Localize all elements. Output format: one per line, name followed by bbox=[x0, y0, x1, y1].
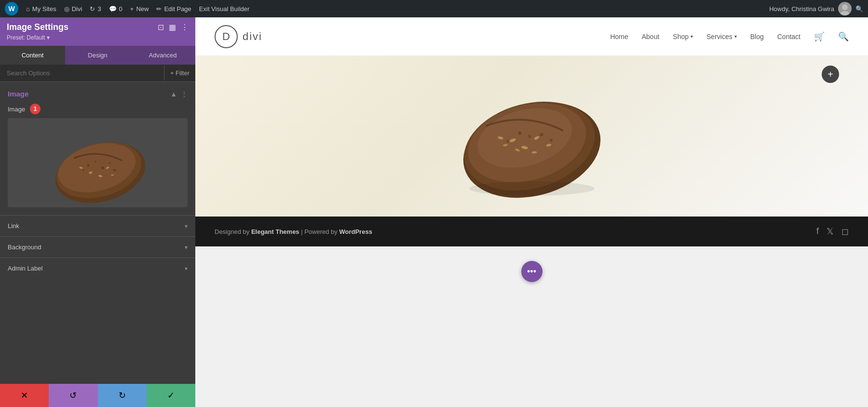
svg-point-6 bbox=[95, 161, 96, 163]
link-section[interactable]: Link ▾ bbox=[0, 215, 195, 236]
new-label: New bbox=[136, 5, 149, 13]
svg-point-32 bbox=[550, 139, 553, 142]
services-arrow-icon: ▾ bbox=[734, 34, 737, 39]
panel-header-icons: ⊡ ▦ ⋮ bbox=[158, 23, 189, 32]
add-content-button[interactable]: + bbox=[822, 66, 839, 83]
background-section[interactable]: Background ▾ bbox=[0, 236, 195, 258]
filter-button[interactable]: + Filter bbox=[164, 66, 195, 81]
image-section-header: Image ▲ ⋮ bbox=[0, 82, 195, 102]
exit-visual-builder-label: Exit Visual Builder bbox=[199, 5, 250, 13]
section-more-icon[interactable]: ⋮ bbox=[181, 90, 188, 98]
more-icon[interactable]: ⋮ bbox=[181, 23, 189, 32]
comments-menu[interactable]: 💬 0 bbox=[109, 5, 122, 13]
nav-services[interactable]: Services ▾ bbox=[706, 33, 737, 41]
shop-arrow-icon: ▾ bbox=[691, 34, 693, 39]
redo-button[interactable]: ↻ bbox=[98, 384, 147, 407]
nav-blog[interactable]: Blog bbox=[750, 33, 764, 41]
svg-point-33 bbox=[469, 181, 595, 196]
divi-icon: ◎ bbox=[64, 5, 69, 13]
nav-search-icon[interactable]: 🔍 bbox=[838, 31, 849, 42]
floating-menu-icon: ••• bbox=[527, 267, 536, 277]
left-panel: Image Settings ⊡ ▦ ⋮ Preset: Default Con… bbox=[0, 17, 195, 407]
preset-label[interactable]: Preset: Default bbox=[7, 34, 189, 41]
howdy-label: Howdy, Christina Gwira bbox=[769, 5, 834, 13]
search-admin-icon[interactable]: 🔍 bbox=[855, 5, 863, 13]
image-section-title: Image bbox=[8, 90, 28, 98]
search-options-input[interactable] bbox=[0, 65, 164, 81]
designed-by-label: Designed by bbox=[215, 228, 251, 235]
my-sites-label: My Sites bbox=[32, 5, 56, 13]
undo-icon: ↺ bbox=[69, 390, 77, 401]
revisions-count: 3 bbox=[97, 5, 101, 13]
image-label-row: Image 1 bbox=[0, 102, 195, 118]
undo-button[interactable]: ↺ bbox=[49, 384, 97, 407]
nav-home[interactable]: Home bbox=[610, 33, 628, 41]
cancel-button[interactable]: ✕ bbox=[0, 384, 49, 407]
hero-bread-container bbox=[450, 63, 614, 210]
layout-icon[interactable]: ▦ bbox=[169, 23, 176, 32]
filter-label: + Filter bbox=[170, 69, 190, 77]
svg-point-10 bbox=[113, 169, 116, 171]
nav-contact[interactable]: Contact bbox=[777, 33, 800, 41]
nav-about[interactable]: About bbox=[642, 33, 660, 41]
avatar bbox=[838, 2, 852, 15]
instagram-icon[interactable]: ◻ bbox=[841, 226, 849, 237]
floating-menu-button[interactable]: ••• bbox=[521, 261, 542, 282]
bread-preview-svg bbox=[45, 122, 151, 204]
site-footer: Designed by Elegant Themes | Powered by … bbox=[195, 217, 868, 246]
below-footer-area: ••• bbox=[195, 246, 868, 407]
logo-letter: D bbox=[222, 30, 230, 43]
twitter-icon[interactable]: 𝕏 bbox=[827, 226, 834, 237]
section-icons: ▲ ⋮ bbox=[170, 90, 188, 98]
svg-point-28 bbox=[518, 131, 521, 135]
my-sites-menu[interactable]: ⌂ My Sites bbox=[26, 5, 56, 13]
save-icon: ✓ bbox=[167, 390, 175, 401]
site-menu: Home About Shop ▾ Services ▾ Blog Contac bbox=[610, 31, 849, 42]
panel-title: Image Settings bbox=[7, 22, 68, 32]
divi-label: Divi bbox=[72, 5, 82, 13]
svg-point-30 bbox=[540, 133, 543, 136]
panel-tabs: Content Design Advanced bbox=[0, 46, 195, 65]
image-field-label: Image bbox=[8, 106, 25, 113]
footer-text: Designed by Elegant Themes | Powered by … bbox=[215, 228, 372, 235]
footer-social-icons: f 𝕏 ◻ bbox=[816, 226, 849, 237]
cancel-icon: ✕ bbox=[21, 390, 28, 401]
revisions-icon: ↻ bbox=[90, 5, 95, 13]
hero-bread-svg bbox=[450, 63, 614, 208]
svg-point-31 bbox=[506, 140, 509, 143]
powered-by-label: | Powered by bbox=[299, 228, 339, 235]
cart-icon[interactable]: 🛒 bbox=[814, 31, 825, 42]
divi-menu[interactable]: ◎ Divi bbox=[64, 5, 82, 13]
hero-section: + bbox=[195, 56, 868, 217]
tab-content[interactable]: Content bbox=[0, 46, 65, 65]
site-nav: D divi Home About Shop ▾ Services ▾ bbox=[195, 17, 868, 56]
my-sites-icon: ⌂ bbox=[26, 5, 30, 13]
image-badge: 1 bbox=[30, 104, 41, 114]
save-button[interactable]: ✓ bbox=[147, 384, 195, 407]
revisions-menu[interactable]: ↻ 3 bbox=[90, 5, 101, 13]
logo-text: divi bbox=[243, 30, 262, 43]
responsive-icon[interactable]: ⊡ bbox=[158, 23, 164, 32]
edit-page-button[interactable]: ✏ Edit Page bbox=[156, 5, 191, 13]
admin-right: Howdy, Christina Gwira 🔍 bbox=[769, 2, 863, 15]
exit-visual-builder-button[interactable]: Exit Visual Builder bbox=[199, 5, 250, 13]
image-preview[interactable] bbox=[8, 118, 188, 207]
new-menu[interactable]: + New bbox=[130, 5, 149, 13]
link-chevron-icon: ▾ bbox=[185, 223, 188, 230]
admin-label-section[interactable]: Admin Label ▾ bbox=[0, 258, 195, 279]
bottom-action-bar: ✕ ↺ ↻ ✓ bbox=[0, 384, 195, 407]
wordpress-icon[interactable]: W bbox=[5, 2, 18, 15]
plus-icon: + bbox=[827, 69, 833, 80]
facebook-icon[interactable]: f bbox=[816, 226, 819, 237]
tab-advanced[interactable]: Advanced bbox=[130, 46, 195, 65]
panel-title-row: Image Settings ⊡ ▦ ⋮ bbox=[7, 22, 189, 32]
nav-shop[interactable]: Shop ▾ bbox=[673, 33, 693, 41]
site-logo: D divi bbox=[215, 25, 262, 48]
panel-header: Image Settings ⊡ ▦ ⋮ Preset: Default bbox=[0, 17, 195, 46]
comments-icon: 💬 bbox=[109, 5, 117, 13]
wordpress-label: WordPress bbox=[339, 228, 372, 235]
tab-design[interactable]: Design bbox=[65, 46, 130, 65]
new-icon: + bbox=[130, 5, 134, 13]
comments-count: 0 bbox=[119, 5, 122, 13]
collapse-icon[interactable]: ▲ bbox=[170, 90, 177, 98]
